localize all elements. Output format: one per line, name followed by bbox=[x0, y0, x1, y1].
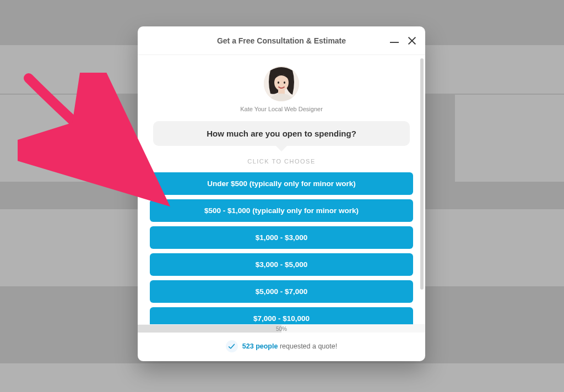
budget-option-7000-10000[interactable]: $7,000 - $10,000 bbox=[150, 307, 413, 324]
budget-option-1000-3000[interactable]: $1,000 - $3,000 bbox=[150, 226, 413, 249]
close-button[interactable] bbox=[405, 34, 419, 47]
social-proof-text: 523 people requested a quote! bbox=[242, 342, 337, 350]
check-icon bbox=[226, 340, 238, 352]
background-stripe bbox=[0, 363, 564, 392]
designer-name: Kate Your Local Web Designer bbox=[149, 106, 414, 112]
progress-label: 50% bbox=[138, 325, 425, 333]
designer-avatar bbox=[264, 66, 299, 101]
budget-option-5000-7000[interactable]: $5,000 - $7,000 bbox=[150, 280, 413, 303]
svg-point-2 bbox=[278, 81, 279, 84]
question-bubble: How much are you open to spending? bbox=[153, 121, 410, 146]
modal-header-actions bbox=[388, 26, 419, 55]
budget-option-500-1000[interactable]: $500 - $1,000 (typically only for minor … bbox=[150, 199, 413, 222]
modal-title: Get a Free Consultation & Estimate bbox=[217, 36, 346, 45]
close-icon bbox=[408, 36, 416, 45]
budget-options: Under $500 (typically only for minor wor… bbox=[149, 172, 414, 324]
svg-point-3 bbox=[284, 81, 285, 84]
quote-rest: requested a quote! bbox=[278, 342, 337, 350]
modal-footer: 50% 523 people requested a quote! bbox=[138, 324, 425, 361]
background-card-right bbox=[455, 95, 564, 182]
quote-count: 523 people bbox=[242, 342, 278, 350]
avatar-image bbox=[264, 66, 299, 101]
social-proof: 523 people requested a quote! bbox=[138, 333, 425, 361]
background-card-left bbox=[0, 95, 99, 182]
budget-option-under-500[interactable]: Under $500 (typically only for minor wor… bbox=[150, 172, 413, 195]
progress-bar: 50% bbox=[138, 325, 425, 333]
consultation-modal: Get a Free Consultation & Estimate bbox=[138, 26, 425, 361]
budget-option-3000-5000[interactable]: $3,000 - $5,000 bbox=[150, 253, 413, 276]
minimize-icon bbox=[390, 42, 399, 43]
modal-header: Get a Free Consultation & Estimate bbox=[138, 26, 425, 55]
scrollbar[interactable] bbox=[420, 58, 424, 290]
choose-prompt: CLICK TO CHOOSE bbox=[149, 158, 414, 165]
modal-body: Kate Your Local Web Designer How much ar… bbox=[138, 55, 425, 324]
minimize-button[interactable] bbox=[388, 34, 401, 47]
